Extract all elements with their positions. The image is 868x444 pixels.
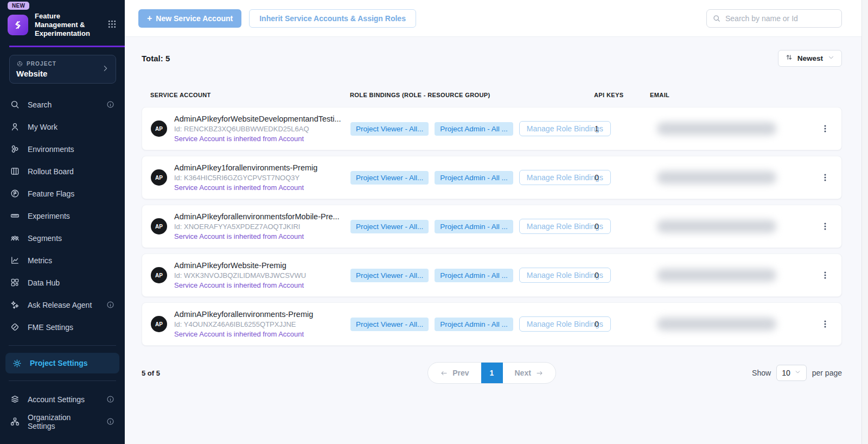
sidebar-item-label: Search: [28, 100, 52, 109]
service-account-id: Id: XNOERAFYYA5XPDEZ7AOQTJKIRI: [174, 223, 340, 231]
role-binding-badge: Project Admin - All ...: [435, 122, 513, 136]
sidebar-item-account-settings[interactable]: Account Settings: [0, 388, 125, 410]
search-field[interactable]: [706, 9, 842, 28]
layers-gear-icon: [10, 394, 20, 404]
app-brand: NEW Feature Management & Experimentation: [0, 0, 125, 43]
show-label: Show: [752, 369, 771, 377]
page-size-select[interactable]: 10: [776, 365, 807, 381]
sidebar-item-my-work[interactable]: My Work: [0, 116, 125, 138]
hexagons-icon: [10, 144, 20, 154]
arrow-left-icon: [440, 369, 448, 377]
app-logo: [8, 15, 28, 35]
sidebar-item-feature-flags[interactable]: Feature Flags: [0, 182, 125, 205]
flag-circle-icon: [10, 188, 20, 199]
page-number-button[interactable]: 1: [481, 362, 503, 384]
sidebar-item-rollout-board[interactable]: Rollout Board: [0, 160, 125, 182]
new-badge: NEW: [8, 2, 29, 10]
info-icon[interactable]: [106, 300, 115, 309]
next-page-button[interactable]: Next: [503, 369, 556, 377]
chevron-down-icon: [794, 369, 801, 377]
sidebar-item-environments[interactable]: Environments: [0, 138, 125, 160]
apps-grid-icon[interactable]: [107, 19, 117, 31]
avatar: AP: [151, 120, 167, 137]
arrow-right-icon: [535, 369, 544, 377]
content: Total: 5 Newest SERVICE ACCOUNT ROLE BIN…: [125, 37, 868, 384]
col-header-service-account: SERVICE ACCOUNT: [142, 92, 350, 98]
row-menu-kebab-icon[interactable]: [820, 124, 830, 134]
sidebar-item-label: My Work: [28, 123, 58, 131]
email-redacted: [657, 318, 776, 331]
sidebar-nav: Search My Work Environments Rollout Boar…: [0, 93, 125, 338]
pagination-pill: Prev 1 Next: [427, 362, 556, 384]
gear-icon: [12, 358, 22, 369]
info-icon[interactable]: [106, 417, 115, 426]
page-size-value: 10: [782, 369, 790, 377]
sidebar-item-label: Organization Settings: [28, 413, 98, 430]
sidebar-item-label: Data Hub: [28, 278, 60, 287]
row-menu-kebab-icon[interactable]: [820, 270, 830, 280]
chevron-down-icon: [827, 54, 835, 64]
col-header-email: EMAIL: [650, 92, 809, 98]
sidebar-item-fme-settings[interactable]: FME Settings: [0, 316, 125, 338]
sidebar-item-segments[interactable]: Segments: [0, 227, 125, 249]
inherited-note: Service Account is inherited from Accoun…: [174, 232, 340, 240]
new-service-account-label: New Service Account: [156, 14, 233, 23]
service-account-name: AdminAPIkeyforWebsiteDevelopmentandTesti…: [174, 115, 341, 123]
api-keys-count: 0: [595, 173, 650, 182]
service-account-name: AdminAPIkey1forallenvironments-Premig: [174, 163, 317, 172]
search-input[interactable]: [725, 14, 836, 23]
email-redacted: [657, 171, 776, 184]
total-count: Total: 5: [142, 54, 170, 63]
new-service-account-button[interactable]: + New Service Account: [138, 9, 241, 28]
project-selector[interactable]: PROJECT Website: [9, 55, 116, 84]
role-binding-badge: Project Viewer - All...: [350, 318, 429, 331]
sidebar: NEW Feature Management & Experimentation…: [0, 0, 125, 444]
project-eyebrow-label: PROJECT: [27, 61, 56, 67]
inherited-note: Service Account is inherited from Accoun…: [174, 135, 341, 143]
per-page-label: per page: [812, 369, 842, 377]
app-title: Feature Management & Experimentation: [35, 12, 99, 38]
api-keys-count: 0: [595, 222, 650, 231]
service-account-name: AdminAPIkeyforallenvironmentsforMobile-P…: [174, 212, 340, 221]
search-icon: [10, 99, 20, 110]
table-row: AP AdminAPIkeyforallenvironmentsforMobil…: [142, 205, 842, 248]
table-row: AP AdminAPIkey1forallenvironments-Premig…: [142, 156, 842, 199]
sidebar-item-metrics[interactable]: Metrics: [0, 249, 125, 271]
row-menu-kebab-icon[interactable]: [820, 221, 830, 231]
pagination: 5 of 5 Prev 1 Next Show 10 per page: [142, 362, 842, 384]
row-menu-kebab-icon[interactable]: [820, 319, 830, 329]
info-icon[interactable]: [106, 100, 115, 109]
table-row: AP AdminAPIkeyforWebsiteDevelopmentandTe…: [142, 107, 842, 150]
email-redacted: [657, 220, 776, 233]
inherit-service-accounts-button[interactable]: Inherit Service Accounts & Assign Roles: [249, 9, 416, 28]
split-logo-icon: [11, 18, 24, 31]
role-binding-badge: Project Admin - All ...: [435, 269, 513, 282]
sort-dropdown[interactable]: Newest: [778, 50, 842, 67]
chevron-right-icon: [101, 64, 110, 75]
sidebar-item-label: Account Settings: [28, 395, 85, 404]
search-icon: [712, 14, 721, 23]
role-binding-badge: Project Viewer - All...: [350, 220, 429, 233]
avatar: AP: [151, 218, 167, 234]
sidebar-item-search[interactable]: Search: [0, 93, 125, 116]
role-binding-badge: Project Viewer - All...: [350, 269, 429, 282]
sidebar-item-label: Metrics: [28, 256, 52, 265]
row-menu-kebab-icon[interactable]: [820, 173, 830, 182]
main-area: + New Service Account Inherit Service Ac…: [125, 0, 868, 384]
api-keys-count: 1: [595, 124, 650, 133]
info-icon[interactable]: [106, 395, 115, 404]
sidebar-item-label: Environments: [28, 145, 74, 154]
brand-underline: [9, 46, 125, 47]
next-label: Next: [515, 369, 531, 377]
sidebar-item-project-settings[interactable]: Project Settings: [5, 353, 119, 373]
sidebar-item-data-hub[interactable]: Data Hub: [0, 271, 125, 294]
project-icon: [16, 60, 23, 67]
scrollbar-track[interactable]: [861, 0, 868, 444]
prev-page-button[interactable]: Prev: [428, 369, 481, 377]
sidebar-item-ask-release-agent[interactable]: Ask Release Agent: [0, 294, 125, 316]
pagination-count: 5 of 5: [142, 369, 427, 377]
sidebar-divider: [9, 345, 116, 346]
sidebar-item-organization-settings[interactable]: Organization Settings: [0, 410, 125, 433]
sidebar-item-experiments[interactable]: Experiments: [0, 205, 125, 227]
sidebar-item-label: Experiments: [28, 212, 70, 220]
